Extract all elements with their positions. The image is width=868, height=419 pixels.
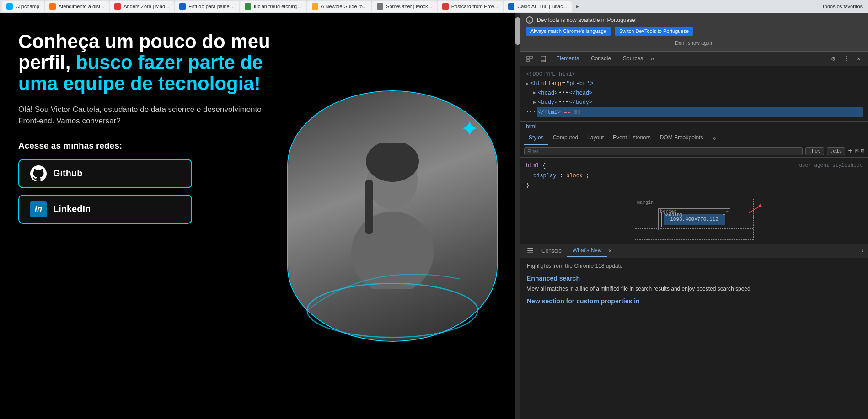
tab-favicon-someother bbox=[377, 3, 383, 10]
head-triangle[interactable]: ▶ bbox=[533, 89, 536, 97]
rule-selector-line: html user agent stylesheet { bbox=[526, 161, 863, 171]
styles-filter-input[interactable] bbox=[524, 147, 803, 155]
close-devtools-icon[interactable]: ✕ bbox=[853, 53, 864, 64]
devtools-bottom-panel: ☰ Console What's New ✕ › Highlights from… bbox=[520, 244, 868, 419]
tab-anders[interactable]: Anders Zorn | Mad... bbox=[110, 1, 174, 12]
tab-label-atendimento: Atendimento a dist... bbox=[59, 4, 104, 9]
html-line-html: ▶ <html lang = "pt-br" > bbox=[526, 79, 863, 88]
styles-copy-icon[interactable]: ⎘ bbox=[855, 148, 858, 154]
dont-show-button[interactable]: Don't show again bbox=[526, 38, 863, 48]
bottom-tab-whatsnew[interactable]: What's New bbox=[567, 245, 607, 257]
html-close-selected: </html> == $0 bbox=[537, 107, 863, 117]
tab-elements[interactable]: Elements bbox=[552, 53, 584, 64]
notification-buttons: Always match Chrome's language Switch De… bbox=[526, 27, 863, 36]
tab-more-button[interactable]: ▸ bbox=[573, 3, 583, 10]
svg-rect-5 bbox=[527, 56, 529, 58]
whats-new-section2-title[interactable]: New section for custom properties in bbox=[527, 297, 862, 305]
webpage-right: ✦ bbox=[283, 27, 502, 405]
doctype-text: <!DOCTYPE html> bbox=[526, 70, 575, 79]
webpage-scrollbar[interactable] bbox=[515, 13, 520, 419]
tab-favicon-postcard bbox=[442, 3, 449, 10]
settings-icon[interactable]: ⚙ bbox=[828, 53, 839, 64]
styles-filter-row: :hov .cls + ⎘ ⊞ bbox=[520, 145, 868, 158]
github-button[interactable]: Github bbox=[18, 159, 192, 188]
styles-filter-hov[interactable]: :hov bbox=[805, 147, 824, 155]
tab-newbie[interactable]: A Newbie Guide to... bbox=[307, 1, 371, 12]
styles-tab-more[interactable]: » bbox=[708, 132, 721, 145]
html-tag-open: <html bbox=[530, 79, 547, 88]
styles-tabs: Styles Computed Layout Event Listeners D… bbox=[520, 132, 868, 145]
devtools-more-tabs[interactable]: » bbox=[650, 55, 654, 63]
body-tag: <body> bbox=[538, 98, 557, 107]
html-line-body: ▶ <body> ••• </body> bbox=[526, 98, 863, 107]
tab-postcard[interactable]: Postcard from Prov... bbox=[438, 1, 503, 12]
tab-lucian[interactable]: lucian freud etching... bbox=[240, 1, 306, 12]
github-button-label: Github bbox=[53, 168, 82, 179]
tab-label-postcard: Postcard from Prov... bbox=[451, 4, 498, 9]
styles-tab-computed[interactable]: Computed bbox=[548, 132, 583, 145]
box-model-arrow bbox=[749, 204, 762, 222]
inspector-icon[interactable] bbox=[524, 53, 535, 64]
body-ellipsis: ••• bbox=[558, 98, 568, 107]
bottom-tab-menu-icon[interactable]: ☰ bbox=[524, 244, 536, 258]
linkedin-icon: in bbox=[30, 201, 47, 217]
html-line-head: ▶ <head> ••• </head> bbox=[526, 89, 863, 98]
rule-selector: html bbox=[526, 163, 539, 169]
linkedin-button[interactable]: in LinkedIn bbox=[18, 195, 192, 224]
tab-favicon-estudo bbox=[179, 3, 186, 10]
webpage-section-label: Acesse as minhas redes: bbox=[18, 141, 273, 151]
bottom-tab-console[interactable]: Console bbox=[536, 245, 567, 256]
styles-tab-event-listeners[interactable]: Event Listeners bbox=[608, 132, 655, 145]
html-breadcrumb[interactable]: html bbox=[520, 121, 868, 132]
tab-favicon-clipchamp bbox=[6, 3, 13, 10]
html-ellipsis-dots: ··· bbox=[526, 108, 536, 117]
html-attr-lang: lang bbox=[548, 79, 561, 88]
favorites-label: Todos os favoritos bbox=[822, 4, 866, 9]
device-toolbar-icon[interactable] bbox=[538, 53, 549, 64]
styles-tab-styles[interactable]: Styles bbox=[524, 132, 548, 145]
tab-console[interactable]: Console bbox=[586, 53, 616, 64]
styles-filter-cls[interactable]: .cls bbox=[827, 147, 845, 155]
tab-favicon-lucian bbox=[245, 3, 251, 10]
kebab-menu-icon[interactable]: ⋮ bbox=[841, 53, 852, 64]
switch-devtools-button[interactable]: Switch DevTools to Portuguese bbox=[615, 27, 693, 36]
body-triangle[interactable]: ▶ bbox=[533, 99, 536, 106]
html-triangle[interactable]: ▶ bbox=[526, 80, 529, 88]
svg-point-1 bbox=[351, 212, 434, 289]
svg-rect-7 bbox=[527, 59, 529, 62]
svg-rect-6 bbox=[530, 56, 532, 58]
tab-atendimento[interactable]: Atendimento a dist... bbox=[45, 1, 109, 12]
profile-silhouette bbox=[347, 143, 438, 289]
html-tree-area: <!DOCTYPE html> ▶ <html lang = "pt-br" >… bbox=[520, 66, 868, 121]
styles-more-icon[interactable]: ⊞ bbox=[861, 148, 864, 154]
bottom-tabs: ☰ Console What's New ✕ › bbox=[520, 244, 868, 258]
bottom-panel-expand-icon[interactable]: › bbox=[861, 247, 864, 255]
bottom-tab-close-icon[interactable]: ✕ bbox=[608, 247, 612, 255]
tab-favicon-atendimento bbox=[49, 3, 56, 10]
svg-rect-3 bbox=[365, 180, 373, 234]
match-language-button[interactable]: Always match Chrome's language bbox=[526, 27, 611, 36]
rule-close: } bbox=[526, 182, 529, 189]
tab-sources[interactable]: Sources bbox=[618, 53, 648, 64]
devtools-toolbar-right: ⚙ ⋮ ✕ bbox=[828, 53, 864, 64]
rule-val: block bbox=[566, 173, 583, 179]
head-tag: <head> bbox=[538, 89, 557, 98]
padding-label: padding bbox=[663, 212, 682, 217]
tab-clipchamp[interactable]: Clipchamp bbox=[2, 1, 44, 12]
styles-add-rule-icon[interactable]: + bbox=[848, 147, 852, 155]
html-line-close[interactable]: ··· </html> == $0 bbox=[526, 107, 863, 117]
tab-label-estudo: Estudo para painel... bbox=[188, 4, 235, 9]
html-equals-sign: == bbox=[564, 109, 574, 116]
tab-label-lucian: lucian freud etching... bbox=[254, 4, 302, 9]
main-area: Conheça um pouco do meu perfil, busco fa… bbox=[0, 13, 868, 419]
tab-someother[interactable]: SomeOther | Mock... bbox=[372, 1, 437, 12]
styles-tab-layout[interactable]: Layout bbox=[583, 132, 608, 145]
tab-casio[interactable]: Casio AL-180 | Bitac... bbox=[504, 1, 572, 12]
webpage-scroll-thumb[interactable] bbox=[515, 17, 520, 45]
styles-rule-area: html user agent stylesheet { display : b… bbox=[520, 158, 868, 195]
tab-estudo[interactable]: Estudo para painel... bbox=[175, 1, 239, 12]
webpage-hero: Conheça um pouco do meu perfil, busco fa… bbox=[18, 31, 273, 95]
whats-new-section1-title: Enhanced search bbox=[527, 275, 862, 282]
styles-tab-dom-breakpoints[interactable]: DOM Breakpoints bbox=[655, 132, 708, 145]
webpage-left: Conheça um pouco do meu perfil, busco fa… bbox=[18, 27, 273, 405]
